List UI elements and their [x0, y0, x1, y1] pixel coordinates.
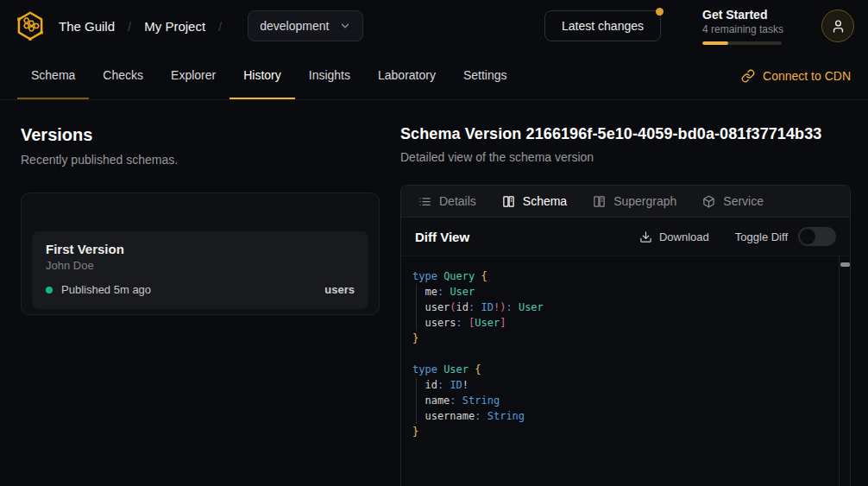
progress-fill — [702, 41, 728, 45]
connect-to-cdn-label: Connect to CDN — [763, 69, 851, 83]
nav-tab-laboratory[interactable]: Laboratory — [364, 52, 450, 99]
download-button[interactable]: Download — [639, 230, 709, 243]
code-line: me: User — [412, 284, 827, 300]
nav-tab-insights[interactable]: Insights — [295, 52, 364, 99]
toggle-diff-switch[interactable] — [798, 227, 836, 246]
notification-dot — [656, 8, 664, 16]
code-line — [412, 346, 827, 362]
top-header: The Guild / My Project / development Lat… — [0, 0, 868, 52]
version-name: First Version — [46, 242, 355, 256]
diff-actions: Download Toggle Diff — [639, 227, 836, 246]
main-content: Versions Recently published schemas. Fir… — [0, 100, 868, 486]
detail-tab-schema[interactable]: Schema — [502, 194, 567, 208]
main-nav: SchemaChecksExplorerHistoryInsightsLabor… — [0, 52, 868, 100]
columns-icon — [502, 195, 515, 208]
nav-tab-schema[interactable]: Schema — [17, 52, 89, 99]
get-started-title: Get Started — [702, 8, 782, 22]
app-screen: The Guild / My Project / development Lat… — [0, 0, 868, 486]
vertical-scrollbar — [839, 256, 850, 486]
chevron-down-icon — [339, 20, 351, 32]
latest-changes-label: Latest changes — [562, 19, 644, 33]
diff-view-header: Diff View Download Toggle Diff — [401, 218, 850, 256]
nav-tab-explorer[interactable]: Explorer — [157, 52, 230, 99]
link-icon — [741, 69, 755, 83]
versions-subtitle: Recently published schemas. — [21, 153, 380, 167]
nav-tabs: SchemaChecksExplorerHistoryInsightsLabor… — [17, 52, 521, 99]
scrollbar-thumb[interactable] — [840, 262, 850, 267]
versions-list: First VersionJohn DoePublished 5m agouse… — [21, 193, 380, 315]
code-line: users: [User] — [412, 315, 827, 331]
breadcrumb-org[interactable]: The Guild — [59, 19, 115, 34]
toggle-diff-label: Toggle Diff — [735, 230, 788, 243]
nav-tab-checks[interactable]: Checks — [89, 52, 157, 99]
diff-view-title: Diff View — [415, 230, 469, 244]
detail-tab-label: Service — [723, 194, 764, 208]
detail-tab-label: Details — [439, 194, 476, 208]
versions-panel: Versions Recently published schemas. Fir… — [0, 100, 390, 486]
code-line: } — [412, 331, 827, 346]
get-started-widget[interactable]: Get Started 4 remaining tasks — [702, 8, 782, 45]
code-line: type Query { — [412, 268, 827, 284]
switch-knob — [800, 229, 815, 244]
latest-changes-button[interactable]: Latest changes — [544, 10, 661, 41]
detail-tab-service[interactable]: Service — [702, 194, 764, 208]
detail-tab-label: Supergraph — [613, 194, 676, 208]
schema-detail-card: DetailsSchemaSupergraphService Diff View… — [400, 185, 851, 486]
versions-title: Versions — [21, 125, 380, 145]
columns-icon — [593, 195, 606, 208]
version-meta: Published 5m agousers — [46, 283, 355, 296]
version-status: Published 5m ago — [61, 283, 151, 296]
get-started-subtitle: 4 remaining tasks — [702, 23, 782, 35]
published-status-dot — [46, 287, 53, 293]
connect-to-cdn-link[interactable]: Connect to CDN — [741, 52, 854, 99]
list-icon — [418, 195, 431, 208]
code-lines: type Query { me: User user(id: ID!): Use… — [412, 268, 827, 439]
nav-tab-settings[interactable]: Settings — [450, 52, 521, 99]
detail-tab-supergraph[interactable]: Supergraph — [593, 194, 676, 208]
breadcrumb-separator: / — [128, 19, 131, 34]
guild-logo-icon[interactable] — [14, 9, 47, 42]
code-line: } — [412, 424, 827, 439]
schema-version-title: Schema Version 2166196f-5e10-4059-bd0a-0… — [400, 125, 851, 143]
breadcrumb-project[interactable]: My Project — [144, 19, 205, 34]
user-menu-button[interactable] — [821, 9, 854, 42]
download-icon — [639, 230, 652, 243]
version-list-item[interactable]: First VersionJohn DoePublished 5m agouse… — [32, 231, 368, 309]
schema-code-viewer: type Query { me: User user(id: ID!): Use… — [401, 256, 850, 486]
version-author: John Doe — [46, 259, 355, 272]
code-line: type User { — [412, 362, 827, 377]
breadcrumb-separator: / — [218, 19, 222, 34]
download-label: Download — [659, 230, 709, 243]
code-line: username: String — [412, 408, 827, 424]
user-icon — [831, 19, 846, 34]
code-line: user(id: ID!): User — [412, 300, 827, 315]
detail-tab-label: Schema — [523, 194, 567, 208]
schema-version-panel: Schema Version 2166196f-5e10-4059-bd0a-0… — [390, 100, 868, 486]
target-selector-dropdown[interactable]: development — [248, 10, 363, 41]
code-line: name: String — [412, 393, 827, 408]
detail-tabs: DetailsSchemaSupergraphService — [401, 186, 850, 218]
target-selector-value: development — [260, 19, 329, 33]
schema-version-subtitle: Detailed view of the schema version — [400, 150, 851, 164]
nav-tab-history[interactable]: History — [230, 52, 295, 99]
cube-icon — [702, 195, 715, 208]
code-line: id: ID! — [412, 377, 827, 393]
detail-tab-details[interactable]: Details — [418, 194, 476, 208]
service-name-badge: users — [324, 283, 355, 296]
get-started-progressbar — [702, 41, 782, 45]
